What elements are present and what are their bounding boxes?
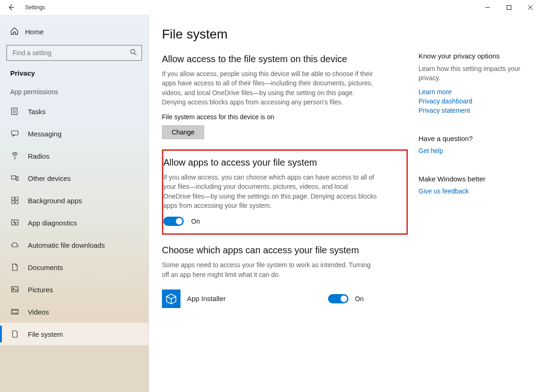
sidebar-item-label: Tasks bbox=[28, 108, 45, 116]
sidebar-item-label: App diagnostics bbox=[28, 219, 77, 227]
documents-icon bbox=[10, 263, 19, 271]
section1-desc: If you allow access, people using this d… bbox=[162, 69, 375, 107]
radios-icon bbox=[10, 152, 19, 160]
minimize-icon bbox=[485, 5, 490, 10]
sidebar-item-label: Messaging bbox=[28, 130, 62, 138]
rail-feedback: Make Windows better Give us feedback bbox=[419, 175, 530, 195]
svg-rect-12 bbox=[12, 197, 14, 200]
sidebar-item-messaging[interactable]: Messaging bbox=[0, 122, 148, 145]
link-learn-more[interactable]: Learn more bbox=[419, 88, 530, 96]
rail-desc: Learn how this setting impacts your priv… bbox=[419, 64, 530, 83]
close-icon bbox=[528, 5, 533, 10]
minimize-button[interactable] bbox=[477, 0, 498, 15]
sidebar-item-label: Pictures bbox=[28, 286, 53, 294]
sidebar-item-tasks[interactable]: Tasks bbox=[0, 100, 148, 122]
tasks-icon bbox=[10, 107, 19, 116]
link-privacy-statement[interactable]: Privacy statement bbox=[419, 107, 530, 114]
sidebar-subsection: App permissions bbox=[0, 84, 148, 100]
titlebar: Settings bbox=[0, 0, 541, 15]
sidebar-item-other-devices[interactable]: Other devices bbox=[0, 167, 148, 189]
section2-desc: If you allow access, you can choose whic… bbox=[163, 173, 377, 210]
svg-line-3 bbox=[135, 53, 137, 56]
allow-apps-toggle-label: On bbox=[191, 218, 200, 225]
file-system-icon bbox=[10, 330, 19, 338]
svg-rect-15 bbox=[15, 201, 18, 204]
rail-title: Have a question? bbox=[419, 135, 530, 142]
sidebar-list: Tasks Messaging Radios Other devices Bac… bbox=[0, 100, 148, 345]
background-apps-icon bbox=[10, 196, 19, 205]
sidebar-item-label: Videos bbox=[28, 308, 49, 316]
section2-title: Allow apps to access your file system bbox=[163, 157, 398, 168]
page-title: File system bbox=[162, 27, 408, 42]
sidebar-item-radios[interactable]: Radios bbox=[0, 145, 148, 167]
svg-rect-11 bbox=[16, 177, 18, 180]
app-installer-icon bbox=[162, 289, 180, 308]
sidebar-item-label: Background apps bbox=[28, 197, 82, 205]
window-title: Settings bbox=[25, 4, 45, 11]
pictures-icon bbox=[10, 285, 19, 294]
sidebar-item-file-system[interactable]: File system bbox=[0, 323, 148, 345]
cloud-icon bbox=[10, 241, 19, 249]
svg-rect-10 bbox=[12, 176, 16, 179]
window-controls bbox=[477, 0, 541, 15]
section1-status: File system access for this device is on bbox=[162, 113, 408, 121]
sidebar-item-label: Other devices bbox=[28, 174, 71, 182]
link-give-feedback[interactable]: Give us feedback bbox=[419, 187, 530, 195]
search-icon bbox=[130, 49, 137, 57]
link-privacy-dashboard[interactable]: Privacy dashboard bbox=[419, 97, 530, 105]
back-button[interactable] bbox=[0, 0, 22, 15]
sidebar-item-label: Radios bbox=[28, 152, 50, 160]
content: File system Allow access to the file sys… bbox=[148, 15, 541, 392]
videos-icon bbox=[10, 308, 19, 316]
rail-question: Have a question? Get help bbox=[419, 135, 530, 154]
close-button[interactable] bbox=[520, 0, 541, 15]
sidebar-item-label: Automatic file downloads bbox=[28, 241, 105, 249]
section3-desc: Some apps need to access your file syste… bbox=[162, 260, 375, 279]
svg-rect-14 bbox=[12, 201, 14, 204]
sidebar-item-videos[interactable]: Videos bbox=[0, 301, 148, 323]
sidebar-section-title: Privacy bbox=[0, 69, 148, 84]
app-toggle-label: On bbox=[355, 295, 364, 302]
section2-highlight: Allow apps to access your file system If… bbox=[162, 149, 408, 235]
sidebar-item-background-apps[interactable]: Background apps bbox=[0, 189, 148, 212]
sidebar-home[interactable]: Home bbox=[0, 20, 148, 45]
app-diagnostics-icon bbox=[10, 218, 19, 227]
change-button[interactable]: Change bbox=[162, 125, 204, 139]
search-input[interactable] bbox=[12, 49, 130, 57]
svg-rect-13 bbox=[15, 197, 18, 200]
rail-privacy-options: Know your privacy options Learn how this… bbox=[419, 52, 530, 114]
sidebar-item-label: Documents bbox=[28, 263, 63, 271]
section3-title: Choose which apps can access your file s… bbox=[162, 245, 408, 256]
svg-rect-1 bbox=[507, 6, 511, 10]
link-get-help[interactable]: Get help bbox=[419, 147, 530, 154]
allow-apps-toggle[interactable] bbox=[163, 217, 184, 226]
app-row: App Installer On bbox=[162, 286, 408, 308]
sidebar: Home Privacy App permissions Tasks Messa… bbox=[0, 15, 148, 392]
sidebar-item-documents[interactable]: Documents bbox=[0, 256, 148, 278]
svg-point-2 bbox=[131, 50, 135, 54]
sidebar-item-automatic-file-downloads[interactable]: Automatic file downloads bbox=[0, 234, 148, 256]
app-toggle[interactable] bbox=[328, 294, 348, 303]
rail-title: Know your privacy options bbox=[419, 52, 530, 60]
sidebar-item-pictures[interactable]: Pictures bbox=[0, 278, 148, 301]
rail-title: Make Windows better bbox=[419, 175, 530, 183]
maximize-icon bbox=[507, 5, 511, 10]
arrow-left-icon bbox=[8, 4, 14, 11]
maximize-button[interactable] bbox=[498, 0, 520, 15]
sidebar-home-label: Home bbox=[25, 28, 44, 36]
search-input-wrap[interactable] bbox=[6, 45, 142, 61]
home-icon bbox=[10, 27, 19, 37]
section1-title: Allow access to the file system on this … bbox=[162, 54, 408, 64]
svg-rect-8 bbox=[12, 131, 18, 135]
other-devices-icon bbox=[10, 174, 19, 182]
right-rail: Know your privacy options Learn how this… bbox=[419, 52, 530, 215]
sidebar-item-label: File system bbox=[28, 330, 63, 338]
app-name: App Installer bbox=[187, 295, 322, 302]
messaging-icon bbox=[10, 129, 19, 138]
sidebar-item-app-diagnostics[interactable]: App diagnostics bbox=[0, 212, 148, 234]
